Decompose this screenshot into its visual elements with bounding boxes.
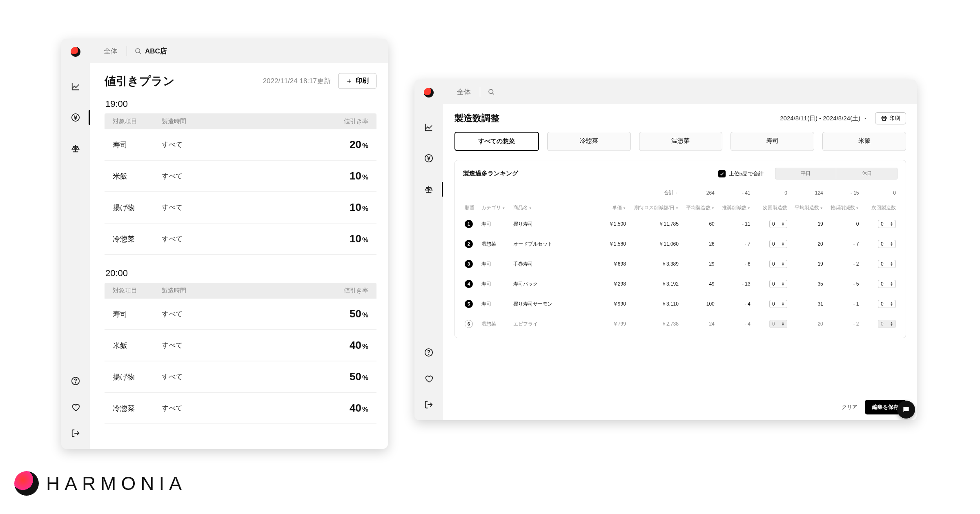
nav-balance[interactable]: [61, 141, 90, 156]
line-chart-icon: [71, 82, 80, 91]
col-item: 対象項目: [113, 287, 162, 295]
nav-analytics[interactable]: [61, 79, 90, 94]
cell-next1[interactable]: 0▲▼: [752, 314, 789, 334]
print-button[interactable]: 印刷: [875, 112, 906, 124]
svg-point-7: [489, 89, 493, 94]
search-icon[interactable]: [134, 47, 142, 55]
discount-row[interactable]: 揚げ物すべて10%: [105, 192, 376, 224]
item-name: 寿司: [113, 309, 162, 319]
col-avg1[interactable]: 平均製造数▼: [680, 202, 716, 214]
yen-circle-icon: [424, 154, 433, 163]
table-row: 6温惣菜エビフライ￥799￥2,73824- 40▲▼20- 20▲▼: [463, 314, 898, 334]
col-name[interactable]: 商品名▼: [512, 202, 591, 214]
cell-avg2: 31: [789, 294, 825, 314]
cell-next1[interactable]: 0▲▼: [752, 254, 789, 274]
breadcrumb-all[interactable]: 全体: [104, 47, 118, 56]
cell-rec2: 0: [825, 214, 861, 234]
category-tabs: すべての惣菜冷惣菜温惣菜寿司米飯: [454, 132, 906, 151]
brand-name: HARMONIA: [46, 472, 187, 494]
discount-plan-window: 全体 ABC店 値引きプラン 2022/11/24 18:17更新 印刷 19:…: [61, 39, 388, 449]
plus-icon: [346, 78, 352, 84]
top5-label: 上位5品で合計: [729, 170, 764, 177]
item-name: 米飯: [113, 171, 162, 181]
discount-row[interactable]: 寿司すべて20%: [105, 129, 376, 161]
item-time: すべて: [162, 171, 323, 181]
discount-row[interactable]: 米飯すべて10%: [105, 161, 376, 192]
cell-name: 寿司パック: [512, 274, 591, 294]
item-time: すべて: [162, 403, 323, 413]
nav-logout[interactable]: [424, 397, 433, 412]
time-label: 19:00: [105, 99, 376, 109]
cell-next1[interactable]: 0▲▼: [752, 274, 789, 294]
table-row: 4寿司寿司パック￥298￥3,19249- 130▲▼35- 50▲▼: [463, 274, 898, 294]
col-price[interactable]: 単価▼: [590, 202, 627, 214]
print-button[interactable]: 印刷: [338, 73, 376, 89]
sidebar: [61, 39, 90, 449]
tab-2[interactable]: 温惣菜: [639, 132, 723, 151]
tab-1[interactable]: 冷惣菜: [547, 132, 631, 151]
page-title: 製造数調整: [454, 112, 499, 124]
nav-help[interactable]: [71, 374, 80, 388]
yen-circle-icon: [71, 113, 80, 122]
tab-0[interactable]: すべての惣菜: [454, 132, 539, 151]
cell-next2[interactable]: 0▲▼: [861, 234, 898, 254]
tab-3[interactable]: 寿司: [731, 132, 814, 151]
cell-price: ￥298: [590, 274, 627, 294]
nav-favorite[interactable]: [424, 371, 433, 386]
discount-row[interactable]: 冷惣菜すべて10%: [105, 224, 376, 255]
seg-holiday[interactable]: 休日: [836, 168, 898, 179]
content: 値引きプラン 2022/11/24 18:17更新 印刷 19:00対象項目製造…: [90, 63, 388, 449]
col-rec2[interactable]: 推奨削減数▼: [825, 202, 861, 214]
app-logo-icon: [71, 47, 80, 57]
discount-row[interactable]: 寿司すべて50%: [105, 299, 376, 330]
breadcrumb-all[interactable]: 全体: [457, 87, 471, 97]
date-range-picker[interactable]: 2024/8/11(日) - 2024/8/24(土): [780, 115, 868, 122]
topbar: 全体 ABC店: [90, 39, 388, 63]
nav-analytics[interactable]: [414, 120, 443, 135]
nav-help[interactable]: [424, 345, 433, 360]
nav-yen[interactable]: [61, 110, 90, 125]
cell-next2[interactable]: 0▲▼: [861, 294, 898, 314]
col-category[interactable]: カテゴリ▼: [480, 202, 511, 214]
cell-avg2: 19: [789, 214, 825, 234]
cell-category: 寿司: [480, 254, 511, 274]
cell-rec1: - 4: [716, 314, 752, 334]
discount-row[interactable]: 揚げ物すべて50%: [105, 361, 376, 393]
cell-next1[interactable]: 0▲▼: [752, 214, 789, 234]
nav-yen[interactable]: [414, 151, 443, 166]
cell-next1[interactable]: 0▲▼: [752, 294, 789, 314]
nav-balance[interactable]: [414, 182, 443, 197]
cell-rec2: - 2: [825, 314, 861, 334]
cell-next2[interactable]: 0▲▼: [861, 214, 898, 234]
seg-weekday[interactable]: 平日: [775, 168, 836, 179]
cell-next1[interactable]: 0▲▼: [752, 234, 789, 254]
col-loss[interactable]: 期待ロス削減額/日▼: [628, 202, 680, 214]
cell-rank: 1: [463, 214, 480, 234]
sum-b: - 41: [716, 184, 752, 202]
table-row: 2温惣菜オードブルセット￥1,580￥11,06026- 70▲▼20- 70▲…: [463, 234, 898, 254]
search-icon[interactable]: [488, 88, 495, 95]
discount-row[interactable]: 冷惣菜すべて40%: [105, 393, 376, 424]
item-name: 揚げ物: [113, 372, 162, 382]
clear-button[interactable]: クリア: [842, 403, 858, 411]
top5-checkbox[interactable]: [718, 170, 726, 177]
sum-d: 124: [789, 184, 825, 202]
col-next2[interactable]: 次回製造数: [861, 202, 898, 214]
col-avg2[interactable]: 平均製造数▼: [789, 202, 825, 214]
svg-rect-9: [883, 119, 886, 120]
balance-scale-icon: [424, 185, 433, 194]
cell-loss: ￥3,192: [628, 274, 680, 294]
item-rate: 10%: [323, 233, 368, 245]
col-next1[interactable]: 次回製造数: [752, 202, 789, 214]
cell-next2[interactable]: 0▲▼: [861, 314, 898, 334]
cell-next2[interactable]: 0▲▼: [861, 254, 898, 274]
cell-category: 温惣菜: [480, 314, 511, 334]
discount-row[interactable]: 米飯すべて40%: [105, 330, 376, 361]
chat-fab[interactable]: [897, 401, 915, 419]
tab-4[interactable]: 米飯: [822, 132, 906, 151]
cell-next2[interactable]: 0▲▼: [861, 274, 898, 294]
nav-logout[interactable]: [71, 426, 80, 441]
nav-favorite[interactable]: [71, 400, 80, 414]
col-rec1[interactable]: 推奨削減数▼: [716, 202, 752, 214]
col-rank[interactable]: 順番: [463, 202, 480, 214]
